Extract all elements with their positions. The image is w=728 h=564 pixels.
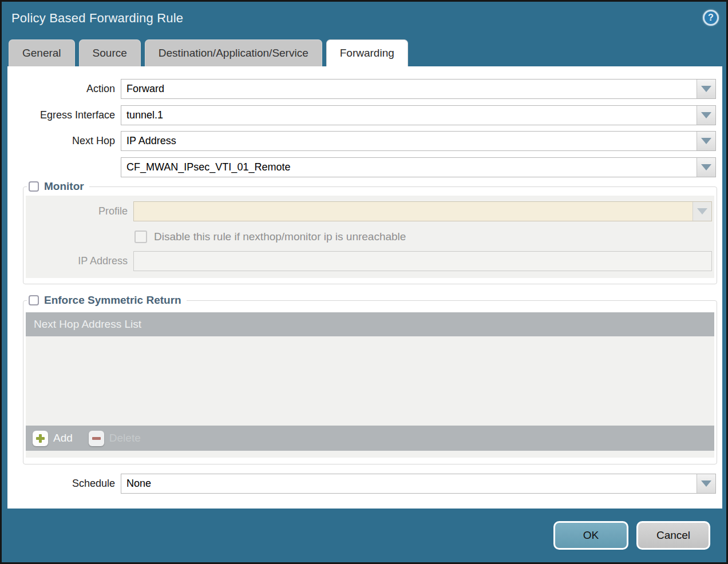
egress-interface-dropdown[interactable]: tunnel.1 [121, 105, 716, 125]
profile-row: Profile [26, 201, 714, 221]
symmetric-return-fieldset: Enforce Symmetric Return Next Hop Addres… [23, 294, 717, 464]
monitor-legend: Monitor [27, 180, 89, 193]
next-hop-address-table: Next Hop Address List Add Delete [26, 312, 714, 458]
ok-button[interactable]: OK [553, 521, 628, 550]
symmetric-return-checkbox[interactable] [29, 295, 39, 305]
chevron-down-icon [701, 86, 711, 92]
table-bottom-strip [26, 451, 714, 458]
symmetric-return-legend-label: Enforce Symmetric Return [44, 294, 181, 307]
tab-bar: General Source Destination/Application/S… [9, 39, 408, 66]
monitor-legend-label: Monitor [44, 180, 84, 193]
chevron-down-icon [697, 208, 707, 215]
tab-destination-application-service[interactable]: Destination/Application/Service [145, 39, 322, 66]
add-button[interactable]: Add [33, 431, 73, 446]
add-button-label: Add [53, 432, 73, 444]
monitor-ip-input [133, 251, 712, 271]
action-row: Action Forward [7, 79, 716, 99]
profile-label: Profile [26, 201, 133, 221]
symmetric-return-legend: Enforce Symmetric Return [27, 294, 187, 307]
chevron-down-icon [701, 480, 711, 487]
tab-general[interactable]: General [9, 39, 75, 66]
delete-button: Delete [89, 431, 141, 446]
disable-rule-label: Disable this rule if nexthop/monitor ip … [154, 231, 406, 243]
help-icon[interactable]: ? [703, 10, 719, 26]
disable-rule-row: Disable this rule if nexthop/monitor ip … [134, 231, 714, 243]
egress-interface-row: Egress Interface tunnel.1 [7, 105, 716, 125]
next-hop-type-dropdown[interactable]: IP Address [121, 131, 716, 151]
next-hop-type-value: IP Address [126, 132, 176, 150]
forwarding-tab-panel: Action Forward Egress Interface tunnel.1… [7, 66, 722, 509]
profile-dropdown-arrow-icon [693, 202, 711, 221]
next-hop-row: Next Hop IP Address [7, 131, 716, 151]
plus-icon [36, 434, 45, 443]
monitor-ip-label: IP Address [26, 251, 133, 271]
chevron-down-icon [701, 164, 711, 170]
cancel-button[interactable]: Cancel [636, 521, 710, 550]
egress-dropdown-arrow-icon[interactable] [697, 106, 715, 125]
dialog-title: Policy Based Forwarding Rule [11, 11, 183, 26]
schedule-dropdown-arrow-icon[interactable] [697, 474, 715, 493]
next-hop-address-arrow-icon[interactable] [697, 158, 715, 177]
next-hop-address-dropdown[interactable]: CF_MWAN_IPsec_VTI_01_Remote [121, 157, 716, 177]
schedule-row: Schedule None [7, 474, 716, 494]
schedule-dropdown[interactable]: None [121, 474, 716, 494]
monitor-panel: Profile Disable this rule if nexthop/mon… [26, 196, 714, 278]
action-value: Forward [126, 80, 164, 98]
profile-dropdown [133, 201, 712, 221]
action-label: Action [7, 79, 121, 99]
next-hop-address-list-body [26, 336, 714, 426]
add-icon [33, 431, 48, 446]
next-hop-address-list-header: Next Hop Address List [26, 312, 714, 336]
schedule-value: None [126, 474, 151, 493]
monitor-checkbox[interactable] [29, 181, 39, 192]
disable-rule-checkbox [134, 231, 147, 243]
tab-forwarding[interactable]: Forwarding [326, 39, 408, 66]
delete-button-label: Delete [109, 432, 141, 444]
egress-interface-value: tunnel.1 [126, 106, 163, 125]
next-hop-dropdown-arrow-icon[interactable] [697, 132, 715, 150]
action-dropdown[interactable]: Forward [121, 79, 716, 99]
schedule-label: Schedule [7, 474, 121, 494]
pbf-rule-dialog: Policy Based Forwarding Rule ? General S… [0, 0, 728, 564]
table-toolbar: Add Delete [26, 426, 714, 451]
monitor-fieldset: Monitor Profile Disable this rule if nex… [23, 180, 717, 284]
next-hop-label: Next Hop [7, 131, 121, 151]
next-hop-address-value: CF_MWAN_IPsec_VTI_01_Remote [126, 158, 290, 177]
tab-source[interactable]: Source [79, 39, 141, 66]
action-dropdown-arrow-icon[interactable] [697, 80, 715, 98]
minus-icon [92, 437, 101, 440]
chevron-down-icon [701, 112, 711, 118]
monitor-ip-row: IP Address [26, 251, 714, 271]
delete-icon [89, 431, 104, 446]
chevron-down-icon [701, 138, 711, 144]
label-spacer [7, 157, 121, 177]
egress-interface-label: Egress Interface [7, 105, 121, 125]
next-hop-address-row: CF_MWAN_IPsec_VTI_01_Remote [7, 157, 716, 177]
